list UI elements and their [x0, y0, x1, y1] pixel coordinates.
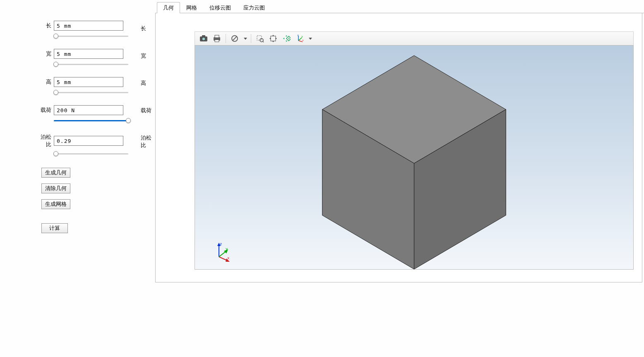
echo-load: 载荷 [141, 107, 155, 114]
clear-geometry-button[interactable]: 清除几何 [41, 183, 70, 193]
poisson-input[interactable] [54, 136, 123, 146]
param-label-length: 长 [37, 22, 54, 29]
cube-render [195, 46, 633, 269]
toolbar-separator [251, 34, 251, 43]
param-row-width: 宽 [37, 49, 147, 59]
param-label-poisson: 泊松比 [37, 133, 54, 148]
svg-point-2 [202, 37, 205, 41]
result-tabs: 几何 网格 位移云图 应力云图 [155, 2, 644, 13]
load-input[interactable] [54, 105, 123, 115]
svg-text:x: x [302, 39, 304, 41]
width-input[interactable] [54, 49, 123, 59]
param-row-poisson: 泊松比 [37, 133, 147, 148]
dropdown-icon[interactable] [307, 33, 313, 44]
height-slider[interactable] [54, 89, 128, 96]
echo-height: 高 [141, 80, 155, 87]
svg-rect-4 [215, 35, 219, 38]
tab-stress[interactable]: 应力云图 [237, 2, 271, 13]
printer-icon[interactable] [211, 33, 223, 44]
svg-text:z: z [297, 34, 299, 36]
app-root: 长 宽 高 载荷 [0, 0, 644, 357]
svg-rect-8 [257, 36, 262, 40]
calculate-button[interactable]: 计算 [41, 223, 68, 233]
echo-width: 宽 [141, 52, 155, 60]
pan-icon[interactable] [267, 33, 279, 44]
tab-content-geometry: z x y [155, 13, 642, 282]
dropdown-icon[interactable] [242, 33, 248, 44]
length-slider[interactable] [54, 32, 128, 40]
parameters-panel: 长 宽 高 载荷 [0, 0, 155, 357]
axis-icon[interactable]: z x y [293, 33, 306, 44]
fit-all-icon[interactable] [280, 33, 293, 44]
viewer-toolbar: z x y [195, 31, 634, 46]
param-label-load: 载荷 [37, 106, 54, 114]
svg-rect-5 [215, 40, 219, 42]
generate-geometry-button[interactable]: 生成几何 [41, 168, 70, 178]
nil-icon[interactable] [228, 33, 241, 44]
geometry-viewport[interactable]: z x y [195, 46, 634, 270]
svg-line-10 [263, 41, 264, 42]
param-row-load: 载荷 [37, 105, 147, 115]
tab-geometry[interactable]: 几何 [157, 2, 180, 13]
poisson-slider[interactable] [54, 150, 128, 157]
tab-mesh[interactable]: 网格 [180, 2, 203, 13]
svg-text:z: z [220, 242, 222, 246]
zoom-select-icon[interactable] [254, 33, 266, 44]
svg-line-7 [233, 36, 237, 41]
echo-label-column: 长 宽 高 载荷 泊松比 [141, 25, 155, 149]
tab-displacement[interactable]: 位移云图 [203, 2, 237, 13]
length-input[interactable] [54, 21, 123, 31]
svg-line-17 [298, 38, 302, 41]
param-row-length: 长 [37, 21, 147, 31]
svg-text:x: x [227, 256, 230, 260]
svg-text:y: y [301, 35, 303, 38]
svg-rect-1 [202, 35, 205, 37]
param-row-height: 高 [37, 77, 147, 87]
svg-rect-11 [271, 36, 276, 41]
action-buttons: 生成几何 清除几何 生成网格 计算 [41, 168, 147, 233]
generate-mesh-button[interactable]: 生成网格 [41, 199, 70, 209]
svg-text:y: y [226, 247, 228, 251]
echo-length: 长 [141, 25, 155, 32]
echo-poisson: 泊松比 [141, 134, 155, 149]
camera-icon[interactable] [197, 33, 210, 44]
toolbar-separator [226, 34, 226, 43]
load-slider[interactable] [54, 117, 128, 124]
param-label-height: 高 [37, 78, 54, 86]
width-slider[interactable] [54, 60, 128, 68]
height-input[interactable] [54, 77, 123, 87]
orientation-triad: z x y [211, 241, 232, 262]
results-panel: 几何 网格 位移云图 应力云图 [155, 0, 644, 357]
param-label-width: 宽 [37, 50, 54, 58]
